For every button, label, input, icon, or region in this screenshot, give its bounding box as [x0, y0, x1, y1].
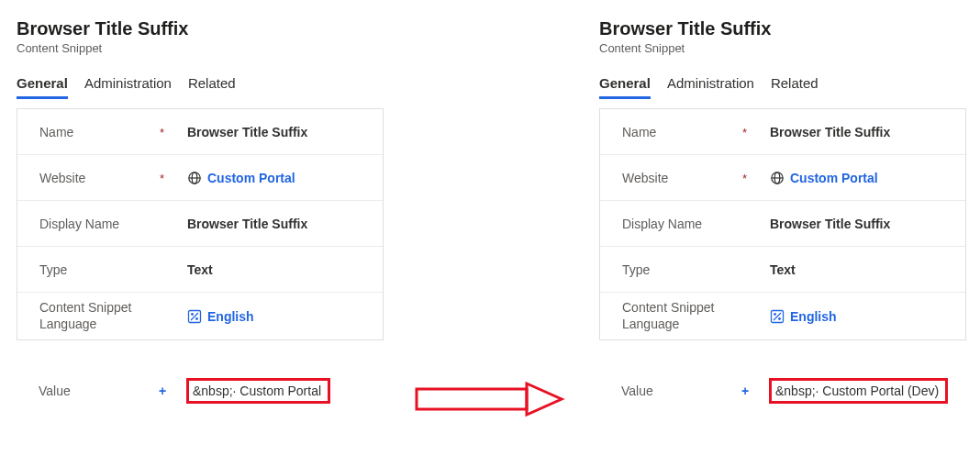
label-value: Value [599, 384, 741, 398]
label-language: Content Snippet Language [600, 300, 742, 332]
row-language[interactable]: Content Snippet Language English [17, 293, 383, 339]
tab-administration[interactable]: Administration [84, 72, 172, 99]
value-language[interactable]: English [187, 309, 383, 324]
content-snippet-form-left: Browser Title Suffix Content Snippet Gen… [17, 18, 384, 414]
globe-icon [770, 171, 785, 185]
arrow-annotation [415, 376, 571, 422]
label-type: Type [17, 262, 160, 277]
value-display-name: Browser Title Suffix [770, 217, 965, 231]
globe-icon [187, 171, 202, 185]
page-subtitle: Content Snippet [599, 41, 966, 55]
value-value-wrap: &nbsp;· Custom Portal (Dev) [769, 378, 966, 404]
required-marker: * [160, 126, 164, 139]
tab-related[interactable]: Related [771, 72, 819, 99]
label-name: Name [17, 125, 160, 139]
form-general: Name * Browser Title Suffix Website * Cu… [17, 108, 384, 340]
row-display-name[interactable]: Display Name Browser Title Suffix [17, 201, 383, 247]
value-name: Browser Title Suffix [770, 125, 965, 139]
label-type: Type [600, 262, 742, 277]
value-language-text: English [790, 309, 837, 324]
label-display-name: Display Name [17, 217, 160, 231]
value-language[interactable]: English [770, 309, 965, 324]
svg-point-4 [191, 313, 194, 316]
value-name: Browser Title Suffix [187, 125, 383, 139]
value-language-text: English [207, 309, 254, 324]
tab-general[interactable]: General [599, 72, 651, 99]
value-type: Text [187, 262, 383, 277]
tab-related[interactable]: Related [188, 72, 236, 99]
tab-general[interactable]: General [17, 72, 68, 99]
required-marker: * [742, 172, 747, 185]
value-display-name: Browser Title Suffix [187, 217, 383, 231]
label-website: Website [17, 171, 160, 185]
value-website[interactable]: Custom Portal [187, 171, 383, 185]
row-type[interactable]: Type Text [600, 247, 965, 293]
value-value: &nbsp;· Custom Portal (Dev) [775, 384, 939, 398]
value-website[interactable]: Custom Portal [770, 171, 965, 185]
row-website[interactable]: Website * Custom Portal [17, 155, 383, 201]
row-value[interactable]: Value + &nbsp;· Custom Portal (Dev) [599, 368, 966, 414]
page-subtitle: Content Snippet [17, 41, 384, 55]
tabs: General Administration Related [599, 72, 966, 99]
svg-marker-15 [527, 384, 562, 415]
highlight-box: &nbsp;· Custom Portal [186, 378, 330, 404]
required-marker: * [160, 172, 164, 185]
tabs: General Administration Related [17, 72, 384, 99]
svg-point-12 [778, 317, 781, 320]
tab-administration[interactable]: Administration [667, 72, 754, 99]
recommended-marker: + [741, 384, 749, 398]
row-website[interactable]: Website * Custom Portal [600, 155, 965, 201]
label-value: Value [17, 384, 159, 398]
row-value[interactable]: Value + &nbsp;· Custom Portal [17, 368, 384, 414]
label-website: Website [600, 171, 742, 185]
row-display-name[interactable]: Display Name Browser Title Suffix [600, 201, 965, 247]
svg-point-5 [195, 317, 198, 320]
value-value-wrap: &nbsp;· Custom Portal [186, 378, 384, 404]
language-icon [770, 309, 785, 324]
row-name[interactable]: Name * Browser Title Suffix [600, 109, 965, 155]
required-marker: * [742, 126, 747, 139]
row-name[interactable]: Name * Browser Title Suffix [17, 109, 383, 155]
page-title: Browser Title Suffix [599, 18, 966, 39]
svg-point-11 [774, 313, 776, 316]
label-name: Name [600, 125, 742, 139]
label-language: Content Snippet Language [17, 300, 160, 332]
row-type[interactable]: Type Text [17, 247, 383, 293]
page-title: Browser Title Suffix [17, 18, 384, 39]
value-website-text: Custom Portal [207, 171, 295, 185]
value-website-text: Custom Portal [790, 171, 878, 185]
recommended-marker: + [159, 384, 166, 398]
label-display-name: Display Name [600, 217, 742, 231]
row-language[interactable]: Content Snippet Language English [600, 293, 965, 339]
value-type: Text [770, 262, 965, 277]
highlight-box: &nbsp;· Custom Portal (Dev) [769, 378, 948, 404]
value-value: &nbsp;· Custom Portal [193, 384, 321, 398]
language-icon [187, 309, 202, 324]
svg-rect-14 [417, 389, 527, 409]
form-general: Name * Browser Title Suffix Website * Cu… [599, 108, 966, 340]
content-snippet-form-right: Browser Title Suffix Content Snippet Gen… [599, 18, 966, 414]
